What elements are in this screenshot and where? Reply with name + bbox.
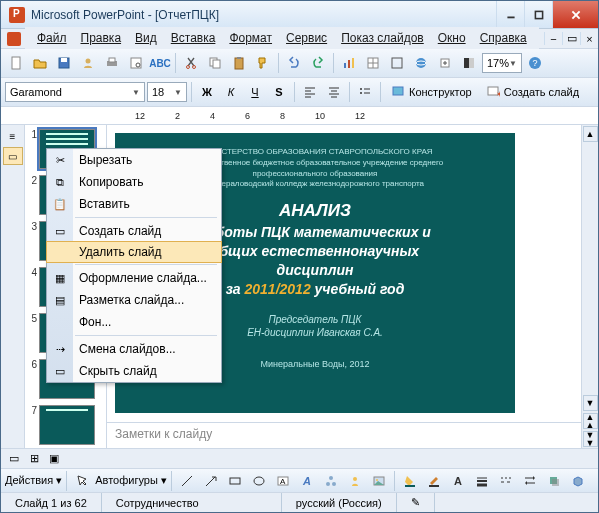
svg-rect-17 (237, 57, 241, 59)
paste-button[interactable] (228, 52, 250, 74)
bold-button[interactable]: Ж (196, 81, 218, 103)
format-painter-button[interactable] (252, 52, 274, 74)
permission-button[interactable] (77, 52, 99, 74)
svg-text:A: A (280, 477, 286, 486)
clipart-icon[interactable] (344, 470, 366, 492)
menu-view[interactable]: Вид (129, 29, 163, 47)
chart-button[interactable] (338, 52, 360, 74)
underline-button[interactable]: Ч (244, 81, 266, 103)
open-button[interactable] (29, 52, 51, 74)
expand-button[interactable] (434, 52, 456, 74)
thumb-number: 7 (27, 405, 37, 416)
copy-button[interactable] (204, 52, 226, 74)
svg-line-47 (182, 476, 192, 486)
slide-design-button[interactable]: Конструктор (385, 81, 478, 103)
arrow-icon[interactable] (200, 470, 222, 492)
autoshapes-button[interactable]: Автофигуры ▾ (95, 474, 167, 487)
save-button[interactable] (53, 52, 75, 74)
prev-slide-button[interactable]: ▲▲ (583, 413, 598, 429)
menu-edit[interactable]: Правка (75, 29, 128, 47)
cm-hide-slide[interactable]: ▭Скрыть слайд (47, 360, 221, 382)
slideshow-view-icon[interactable]: ▣ (45, 451, 63, 467)
undo-button[interactable] (283, 52, 305, 74)
help-button[interactable]: ? (524, 52, 546, 74)
next-slide-button[interactable]: ▼▼ (583, 431, 598, 447)
outline-bar: ≡ ▭ (1, 125, 25, 448)
menu-insert[interactable]: Вставка (165, 29, 222, 47)
table-button[interactable] (362, 52, 384, 74)
wordart-icon[interactable]: A (296, 470, 318, 492)
outline-tab-icon[interactable]: ≡ (3, 127, 23, 145)
shadow-style-icon[interactable] (543, 470, 565, 492)
sorter-view-icon[interactable]: ⊞ (25, 451, 43, 467)
italic-button[interactable]: К (220, 81, 242, 103)
ruler-tick: 2 (175, 111, 180, 121)
textbox-icon[interactable]: A (272, 470, 294, 492)
cm-background[interactable]: Фон... (47, 311, 221, 333)
menu-help[interactable]: Справка (474, 29, 533, 47)
3d-style-icon[interactable] (567, 470, 589, 492)
menu-file[interactable]: Файл (31, 29, 73, 47)
rectangle-icon[interactable] (224, 470, 246, 492)
slides-tab-icon[interactable]: ▭ (3, 147, 23, 165)
menu-format[interactable]: Формат (223, 29, 278, 47)
new-doc-button[interactable] (5, 52, 27, 74)
preview-button[interactable] (125, 52, 147, 74)
new-slide-icon: ▭ (52, 223, 68, 239)
arrow-style-icon[interactable] (519, 470, 541, 492)
doc-close-button[interactable]: × (580, 32, 598, 45)
scroll-up-button[interactable]: ▲ (583, 126, 598, 142)
spellcheck-button[interactable]: ABC (149, 52, 171, 74)
align-center-button[interactable] (323, 81, 345, 103)
align-left-button[interactable] (299, 81, 321, 103)
dash-style-icon[interactable] (495, 470, 517, 492)
font-name-combo[interactable]: Garamond▼ (5, 82, 145, 102)
bullets-button[interactable] (354, 81, 376, 103)
cm-delete-slide[interactable]: Удалить слайд (46, 241, 222, 263)
grayscale-button[interactable] (458, 52, 480, 74)
cm-transition[interactable]: ⇢Смена слайдов... (47, 338, 221, 360)
doc-minimize-button[interactable]: − (544, 32, 562, 45)
maximize-button[interactable] (524, 1, 552, 28)
status-spell-icon[interactable]: ✎ (397, 493, 435, 512)
vertical-scrollbar[interactable]: ▲ ▼ ▲▲ ▼▼ (581, 125, 598, 448)
cm-cut[interactable]: ✂Вырезать (47, 149, 221, 171)
diagram-icon[interactable] (320, 470, 342, 492)
doc-restore-button[interactable]: ▭ (562, 32, 580, 45)
slide-thumbnail[interactable] (39, 405, 95, 445)
cm-paste[interactable]: 📋Вставить (47, 193, 221, 215)
menu-window[interactable]: Окно (432, 29, 472, 47)
doc-icon (7, 32, 21, 46)
cm-new-slide[interactable]: ▭Создать слайд (47, 220, 221, 242)
picture-icon[interactable] (368, 470, 390, 492)
svg-rect-60 (429, 485, 439, 487)
oval-icon[interactable] (248, 470, 270, 492)
svg-text:?: ? (532, 58, 537, 68)
menu-slideshow[interactable]: Показ слайдов (335, 29, 430, 47)
minimize-button[interactable] (496, 1, 524, 28)
zoom-combo[interactable]: 17%▼ (482, 53, 522, 73)
fill-color-icon[interactable] (399, 470, 421, 492)
font-color-icon[interactable]: A (447, 470, 469, 492)
close-button[interactable] (552, 1, 598, 28)
notes-pane[interactable]: Заметки к слайду (107, 422, 581, 448)
line-color-icon[interactable] (423, 470, 445, 492)
new-slide-button[interactable]: ✶Создать слайд (480, 81, 585, 103)
line-style-icon[interactable] (471, 470, 493, 492)
print-button[interactable] (101, 52, 123, 74)
font-size-combo[interactable]: 18▼ (147, 82, 187, 102)
menu-tools[interactable]: Сервис (280, 29, 333, 47)
normal-view-icon[interactable]: ▭ (5, 451, 23, 467)
cm-slide-design[interactable]: ▦Оформление слайда... (47, 267, 221, 289)
scroll-down-button[interactable]: ▼ (583, 395, 598, 411)
cm-copy[interactable]: ⧉Копировать (47, 171, 221, 193)
hyperlink-button[interactable] (410, 52, 432, 74)
tables-borders-button[interactable] (386, 52, 408, 74)
cut-button[interactable] (180, 52, 202, 74)
select-objects-button[interactable] (71, 470, 93, 492)
redo-button[interactable] (307, 52, 329, 74)
line-icon[interactable] (176, 470, 198, 492)
draw-actions-button[interactable]: Действия ▾ (5, 474, 62, 487)
shadow-button[interactable]: S (268, 81, 290, 103)
cm-slide-layout[interactable]: ▤Разметка слайда... (47, 289, 221, 311)
